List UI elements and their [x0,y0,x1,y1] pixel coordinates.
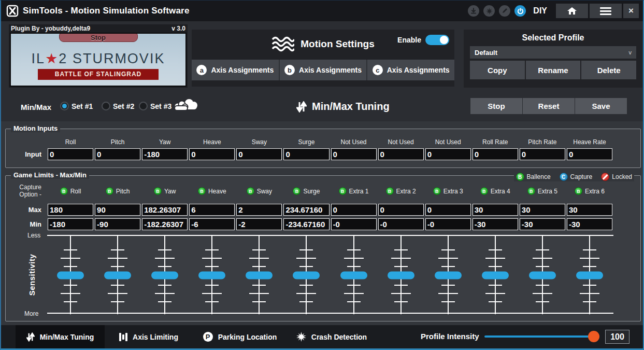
sensitivity-slider-handle[interactable] [104,272,131,279]
motion-input-field[interactable] [520,148,565,160]
min-row-label: Min [6,220,46,228]
min-limit-field[interactable] [142,218,188,230]
motion-input-field[interactable] [95,148,140,160]
sensitivity-slider-handle[interactable] [246,272,273,279]
max-limit-field[interactable] [331,204,377,216]
max-limit-field[interactable] [520,204,565,216]
burst-icon[interactable] [483,5,495,17]
max-limit-field[interactable] [236,204,282,216]
stop-button[interactable]: Stop [470,98,522,114]
min-limit-field[interactable] [236,218,282,230]
edit-icon[interactable] [499,5,510,17]
sensitivity-slider-handle[interactable] [388,272,414,279]
sensitivity-slider[interactable] [520,232,565,319]
motion-input-field[interactable] [283,148,329,160]
power-icon[interactable] [514,5,526,17]
sensitivity-slider-handle[interactable] [151,272,178,279]
min-limit-field[interactable] [567,218,612,230]
motion-input-field[interactable] [567,148,612,160]
radio-set-2[interactable]: Set #2 [102,102,134,110]
slider-tick [394,266,408,267]
tab-minmax-tuning[interactable]: Min/Max Tuning [16,325,105,348]
max-limit-field[interactable] [189,204,235,216]
slider-tick [299,249,313,250]
rename-button[interactable]: Rename [526,61,581,79]
tab-axis-limiting[interactable]: Axis Limiting [107,325,190,348]
min-limit-field[interactable] [331,218,377,230]
profile-intensity-slider[interactable] [484,330,599,343]
max-limit-field[interactable] [48,204,93,216]
min-limit-field[interactable] [95,218,140,230]
motion-input-field[interactable] [425,148,471,160]
motion-input-field[interactable] [331,148,377,160]
slider-tick [64,249,77,250]
max-limit-field[interactable] [142,204,188,216]
sensitivity-slider-handle[interactable] [340,272,367,279]
motion-inputs-row: Input [6,148,640,160]
axis-assignments-a-button[interactable]: a Axis Assignments [192,60,279,80]
download-icon[interactable] [468,5,479,17]
copy-button[interactable]: Copy [470,61,525,79]
sensitivity-slider[interactable] [142,232,188,319]
min-limit-field[interactable] [473,218,518,230]
enable-toggle[interactable] [425,35,449,45]
sensitivity-slider-handle[interactable] [482,272,509,279]
reset-button[interactable]: Reset [523,98,575,114]
bars-icon [119,333,127,341]
capture-legend: B Ballence C Capture Locked [514,172,634,181]
ballence-badge-icon: B [154,187,162,195]
sensitivity-slider[interactable] [567,232,612,319]
axis-assignments-c-button[interactable]: c Axis Assignments [367,60,454,80]
sensitivity-slider-handle[interactable] [57,272,84,279]
min-limit-field[interactable] [283,218,329,230]
motion-input-field[interactable] [378,148,424,160]
motion-input-field[interactable] [473,148,518,160]
min-limit-field[interactable] [425,218,471,230]
radio-icon [102,102,110,110]
motion-input-field[interactable] [48,148,93,160]
max-limit-field[interactable] [425,204,471,216]
menu-button[interactable] [590,4,622,18]
axis-assignments-b-button[interactable]: b Axis Assignments [280,60,367,80]
profile-dropdown[interactable]: Default v [470,46,636,59]
tab-crash-detection[interactable]: Crash Detection [287,325,376,348]
close-button[interactable]: × [623,4,639,18]
sensitivity-slider[interactable] [236,232,282,319]
motion-input-field[interactable] [189,148,235,160]
sensitivity-slider[interactable] [48,232,93,319]
sensitivity-slider-handle[interactable] [529,272,556,279]
radio-set-1[interactable]: Set #1 [60,102,93,110]
radio-set-3[interactable]: Set #3 [139,102,171,110]
sensitivity-slider[interactable] [283,232,329,319]
slider-handle[interactable] [588,331,599,342]
motion-input-field[interactable] [236,148,282,160]
sensitivity-slider-handle[interactable] [576,272,603,279]
page-title: Min/Max Tuning [312,101,390,113]
sensitivity-slider[interactable] [189,232,235,319]
motion-input-field[interactable] [142,148,188,160]
sensitivity-slider-handle[interactable] [293,272,320,279]
min-limit-field[interactable] [378,218,424,230]
tab-parking-location[interactable]: P Parking Location [194,325,286,348]
sensitivity-slider[interactable] [331,232,377,319]
sensitivity-slider[interactable] [425,232,471,319]
max-limit-field[interactable] [567,204,612,216]
motion-inputs-group: Motion Inputs RollPitchYawHeaveSwaySurge… [5,129,641,168]
delete-button[interactable]: Delete [581,61,636,79]
max-limit-field[interactable] [95,204,140,216]
limit-column-header: BSurge [283,187,329,195]
sensitivity-slider[interactable] [473,232,518,319]
max-limit-field[interactable] [283,204,329,216]
min-limit-field[interactable] [48,218,93,230]
sensitivity-slider[interactable] [95,232,140,319]
sensitivity-slider-handle[interactable] [435,272,462,279]
max-limit-field[interactable] [473,204,518,216]
home-button[interactable] [556,4,588,18]
min-limit-field[interactable] [520,218,565,230]
sensitivity-slider[interactable] [378,232,424,319]
max-limit-field[interactable] [378,204,424,216]
min-limit-field[interactable] [189,218,235,230]
save-button[interactable]: Save [575,98,627,114]
sensitivity-slider-handle[interactable] [198,272,225,279]
game-stop-button[interactable]: Stop [59,33,138,42]
